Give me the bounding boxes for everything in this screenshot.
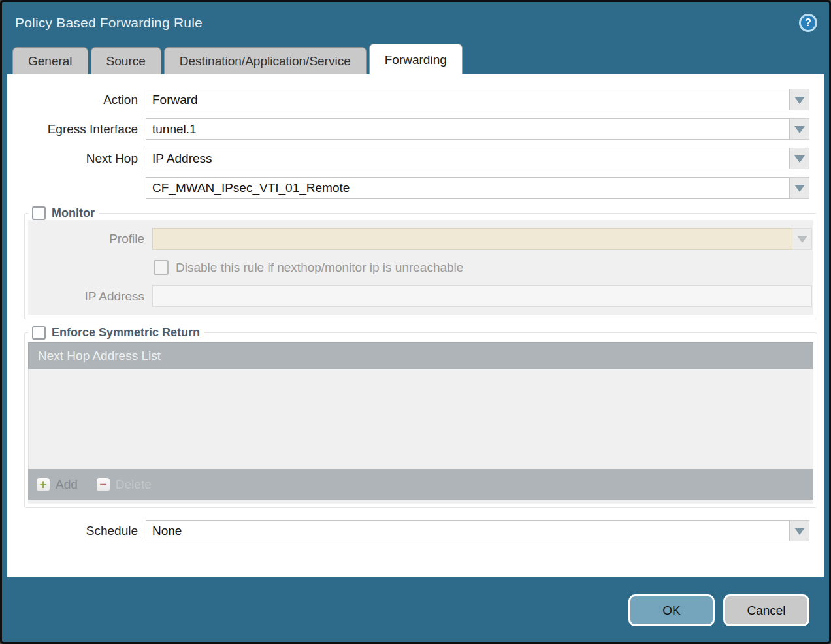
monitor-legend: Monitor	[28, 206, 99, 220]
profile-dropdown-button	[792, 228, 812, 250]
dialog-title: Policy Based Forwarding Rule	[15, 15, 203, 31]
next-hop-address-row: CF_MWAN_IPsec_VTI_01_Remote	[7, 177, 809, 199]
tab-general[interactable]: General	[12, 47, 88, 74]
next-hop-address-select[interactable]: CF_MWAN_IPsec_VTI_01_Remote	[146, 177, 790, 199]
profile-label: Profile	[28, 232, 152, 246]
next-hop-address-list-table: Next Hop Address List + Add − Delete	[28, 342, 813, 504]
monitor-ip-address-label: IP Address	[28, 289, 152, 304]
disable-rule-row: Disable this rule if nexthop/monitor ip …	[154, 257, 812, 278]
schedule-row: Schedule None	[7, 520, 809, 541]
enforce-legend: Enforce Symmetric Return	[28, 326, 204, 340]
add-button[interactable]: + Add	[36, 477, 78, 492]
chevron-down-icon	[794, 528, 805, 540]
tab-source[interactable]: Source	[91, 47, 161, 74]
monitor-ip-address-row: IP Address	[28, 285, 812, 307]
action-dropdown-button[interactable]	[790, 89, 809, 110]
delete-button[interactable]: − Delete	[96, 477, 152, 492]
add-button-label: Add	[56, 477, 78, 492]
disable-rule-checkbox	[154, 260, 169, 275]
table-header-row: Next Hop Address List	[28, 342, 813, 369]
disable-rule-label: Disable this rule if nexthop/monitor ip …	[176, 261, 463, 275]
schedule-dropdown-button[interactable]	[790, 520, 809, 541]
table-body-empty	[28, 369, 813, 469]
table-bottom-strip	[28, 500, 813, 504]
plus-icon: +	[36, 477, 50, 492]
egress-interface-label: Egress Interface	[7, 122, 146, 137]
schedule-select[interactable]: None	[146, 520, 790, 541]
next-hop-label: Next Hop	[7, 152, 146, 166]
monitor-title: Monitor	[52, 206, 95, 220]
delete-button-label: Delete	[116, 477, 152, 492]
profile-select	[152, 228, 792, 250]
egress-interface-dropdown-button[interactable]	[790, 118, 809, 140]
action-select[interactable]: Forward	[146, 89, 790, 110]
enforce-symmetric-return-group: Enforce Symmetric Return Next Hop Addres…	[24, 326, 817, 508]
next-hop-type-select[interactable]: IP Address	[146, 148, 790, 169]
schedule-label: Schedule	[7, 524, 146, 538]
action-row: Action Forward	[7, 89, 809, 110]
cancel-button[interactable]: Cancel	[723, 594, 809, 626]
chevron-down-icon	[794, 185, 805, 197]
title-bar: Policy Based Forwarding Rule ?	[2, 2, 829, 44]
enforce-symmetric-return-title: Enforce Symmetric Return	[52, 326, 200, 340]
egress-interface-row: Egress Interface tunnel.1	[7, 118, 809, 140]
monitor-group: Monitor Profile Disable this rule if nex…	[24, 206, 817, 319]
chevron-down-icon	[794, 97, 805, 109]
table-toolbar: + Add − Delete	[28, 469, 813, 500]
pbf-rule-dialog: Policy Based Forwarding Rule ? General S…	[0, 0, 831, 644]
enforce-symmetric-return-checkbox[interactable]	[32, 326, 46, 340]
action-label: Action	[7, 93, 146, 107]
chevron-down-icon	[794, 126, 805, 138]
tab-destination-application-service[interactable]: Destination/Application/Service	[164, 47, 367, 74]
chevron-down-icon	[794, 155, 805, 168]
tab-forwarding[interactable]: Forwarding	[369, 44, 463, 74]
next-hop-address-dropdown-button[interactable]	[790, 177, 809, 199]
tab-strip: General Source Destination/Application/S…	[2, 44, 829, 74]
dialog-footer: OK Cancel	[2, 577, 829, 626]
minus-icon: −	[96, 477, 110, 492]
egress-interface-select[interactable]: tunnel.1	[146, 118, 790, 140]
monitor-ip-address-input	[152, 285, 812, 307]
monitor-checkbox[interactable]	[32, 206, 46, 220]
next-hop-type-dropdown-button[interactable]	[790, 148, 809, 169]
help-icon[interactable]: ?	[799, 14, 817, 32]
monitor-panel: Profile Disable this rule if nexthop/mon…	[28, 220, 813, 315]
profile-row: Profile	[28, 228, 812, 250]
ok-button[interactable]: OK	[628, 594, 715, 626]
chevron-down-icon	[797, 236, 807, 248]
next-hop-row: Next Hop IP Address	[7, 148, 809, 169]
forwarding-tab-panel: Action Forward Egress Interface tunnel.1…	[7, 74, 824, 577]
next-hop-address-list-column-header: Next Hop Address List	[38, 349, 161, 363]
